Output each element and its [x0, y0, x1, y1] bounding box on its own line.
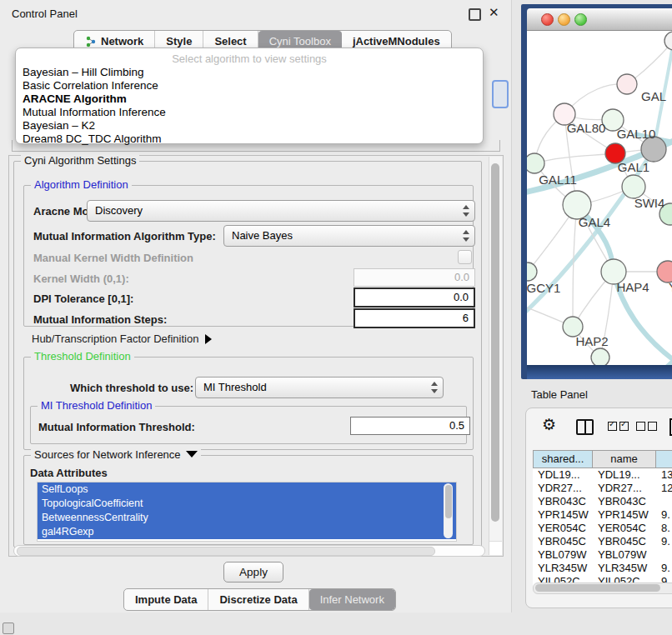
table-cell — [656, 548, 672, 562]
table-row[interactable]: YDR27...YDR27...12 — [533, 482, 672, 495]
node-label-hap4: HAP4 — [616, 280, 649, 294]
apply-button[interactable]: Apply — [223, 562, 283, 582]
table-cell: 9. — [656, 535, 672, 548]
hub-definition-header[interactable]: Hub/Transcription Factor Definition — [32, 332, 212, 345]
table-row[interactable]: YLR345WYLR345W9. — [533, 562, 672, 575]
mi-type-select[interactable]: Naive Bayes — [223, 225, 475, 247]
network-canvas[interactable]: GALGAL80GAL10GAL1GAL11SWI4GAL4GCY1HAP4YH… — [527, 31, 672, 365]
attribute-list-item[interactable]: TopologicalCoefficient — [38, 497, 456, 511]
table-cell: YBR043C — [533, 495, 593, 508]
table-row[interactable]: YBR043CYBR043C — [533, 495, 672, 508]
table-cell: YDR27... — [533, 482, 593, 495]
close-icon[interactable]: ✕ — [489, 5, 499, 20]
kernel-width-field[interactable]: 0.0 — [354, 268, 475, 287]
table-horizontal-scrollbar[interactable] — [533, 582, 672, 594]
node-label-gal4: GAL4 — [579, 215, 610, 229]
network-node-gal[interactable] — [617, 74, 637, 94]
table-cell: 13 — [656, 468, 672, 482]
float-window-icon[interactable] — [469, 8, 481, 21]
scrollbar-thumb[interactable] — [17, 547, 435, 556]
column-header-shared[interactable]: shared... — [533, 450, 593, 468]
tab-label: Select — [214, 35, 246, 48]
manual-kernel-label: Manual Kernel Width Definition — [33, 252, 193, 264]
algorithm-option[interactable]: Bayesian – K2 — [23, 119, 476, 132]
tab-impute-data[interactable]: Impute Data — [124, 589, 208, 610]
dpi-tolerance-field[interactable]: 0.0 — [354, 288, 475, 308]
table-cell: YBL079W — [533, 548, 593, 562]
network-node[interactable] — [591, 348, 609, 365]
algorithm-option[interactable]: Dream8 DC_TDC Algorithm — [23, 132, 476, 146]
table-row[interactable]: YDL19...YDL19...13 — [533, 468, 672, 482]
table-cell: YBR045C — [593, 535, 656, 548]
settings-vertical-scrollbar[interactable] — [489, 157, 502, 555]
deselect-all-checkboxes-icon[interactable] — [636, 422, 657, 431]
table-panel: ⚙ shared...nameA YDL19...YDL19...13YDR27… — [525, 408, 672, 608]
hub-definition-label: Hub/Transcription Factor Definition — [32, 332, 198, 345]
tab-label: Impute Data — [135, 593, 197, 606]
sources-group-title[interactable]: Sources for Network Inference — [31, 448, 201, 461]
tab-label: Network — [101, 35, 143, 48]
checked-box-icon — [619, 422, 629, 431]
mi-type-value: Naive Bayes — [232, 229, 293, 242]
table-row[interactable]: YBL079WYBL079W — [533, 548, 672, 562]
node-label-gal1: GAL1 — [618, 160, 649, 174]
table-row[interactable]: YBR045CYBR045C9. — [533, 535, 672, 548]
which-threshold-value: MI Threshold — [203, 381, 267, 393]
attribute-list-item[interactable]: SelfLoops — [38, 482, 456, 497]
table-row[interactable]: YER054CYER054C8. — [533, 522, 672, 535]
algorithm-option[interactable]: Mutual Information Inference — [23, 106, 476, 119]
mi-steps-field[interactable]: 6 — [354, 308, 475, 328]
aracne-mode-select[interactable]: Discovery — [87, 200, 475, 222]
node-label-gcy1: GCY1 — [527, 281, 560, 295]
which-threshold-select[interactable]: MI Threshold — [195, 377, 444, 398]
algorithm-option[interactable]: ARACNE Algorithm — [23, 92, 476, 106]
select-all-checkboxes-icon[interactable] — [608, 422, 629, 431]
table-toolbar: ⚙ — [526, 415, 672, 440]
table-cell: YDL19... — [533, 468, 593, 482]
data-attributes-label: Data Attributes — [30, 467, 108, 479]
network-node[interactable] — [664, 32, 672, 50]
zoom-traffic-light[interactable] — [574, 13, 587, 26]
algorithm-option[interactable]: Bayesian – Hill Climbing — [23, 66, 476, 79]
table-row[interactable]: YPR145WYPR145W9. — [533, 508, 672, 522]
network-tab-icon — [85, 36, 97, 48]
stepper-icon — [462, 229, 469, 242]
network-window-titlebar[interactable] — [527, 8, 672, 31]
scrollbar-thumb[interactable] — [445, 485, 452, 518]
column-header-A[interactable]: A — [656, 450, 672, 468]
close-traffic-light[interactable] — [541, 13, 554, 26]
column-header-name[interactable]: name — [593, 450, 656, 468]
table-cell: YDL19... — [593, 468, 656, 482]
settings-horizontal-scrollbar[interactable] — [13, 545, 485, 557]
mi-steps-label: Mutual Information Steps: — [33, 313, 167, 326]
network-node-gal11[interactable] — [527, 153, 544, 173]
aracne-mode-value: Discovery — [95, 204, 143, 217]
network-node-gcy1[interactable] — [527, 262, 537, 281]
table-cell: 12 — [656, 482, 672, 495]
tab-discretize-data[interactable]: Discretize Data — [208, 589, 308, 610]
collapsed-panel-handle[interactable] — [3, 622, 14, 634]
sources-title-text: Sources for Network Inference — [34, 448, 181, 461]
stepper-icon — [430, 381, 438, 394]
minimize-traffic-light[interactable] — [558, 13, 570, 26]
manual-kernel-checkbox[interactable] — [458, 250, 472, 264]
tab-infer-network[interactable]: Infer Network — [309, 589, 395, 610]
cyni-mode-tabbar: Impute DataDiscretize DataInfer Network — [123, 588, 396, 611]
mi-threshold-field[interactable]: 0.5 — [350, 417, 470, 435]
attribute-list-item[interactable]: BetweennessCentrality — [38, 511, 456, 525]
table-panel-title: Table Panel — [531, 388, 588, 401]
tab-label: Discretize Data — [219, 593, 297, 606]
algorithm-option-list: Bayesian – Hill ClimbingBasic Correlatio… — [23, 66, 476, 146]
columns-icon[interactable] — [576, 419, 594, 435]
algorithm-option[interactable]: Basic Correlation Inference — [23, 79, 476, 92]
attribute-list-scrollbar[interactable] — [444, 483, 453, 538]
table-cell: YDR27... — [593, 482, 656, 495]
attribute-list-item[interactable]: gal4RGexp — [38, 525, 456, 539]
gear-icon[interactable]: ⚙ — [542, 417, 556, 433]
scrollbar-thumb[interactable] — [535, 584, 660, 592]
tab-label: jActiveMNodules — [353, 35, 440, 48]
threshold-definition-title: Threshold Definition — [31, 350, 134, 362]
network-node-swi4[interactable] — [622, 175, 645, 198]
node-label-hap2: HAP2 — [575, 334, 608, 348]
scrollbar-thumb[interactable] — [491, 163, 499, 522]
